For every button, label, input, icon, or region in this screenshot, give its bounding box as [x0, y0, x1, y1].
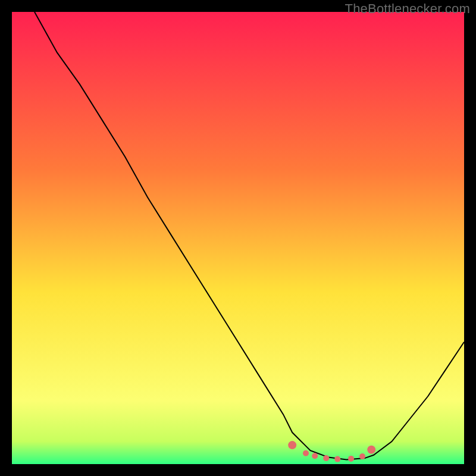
marker-dot	[288, 441, 296, 449]
marker-dot	[323, 455, 329, 461]
marker-dot	[303, 450, 309, 456]
marker-dot	[359, 453, 365, 459]
bottleneck-chart	[12, 12, 464, 464]
plot-area	[12, 12, 464, 464]
marker-dot	[312, 453, 318, 459]
gradient-bg	[12, 12, 464, 464]
marker-dot	[348, 456, 354, 462]
watermark-text: TheBottlenecker.com	[345, 1, 470, 17]
marker-dot	[334, 456, 340, 462]
marker-dot	[367, 446, 375, 454]
